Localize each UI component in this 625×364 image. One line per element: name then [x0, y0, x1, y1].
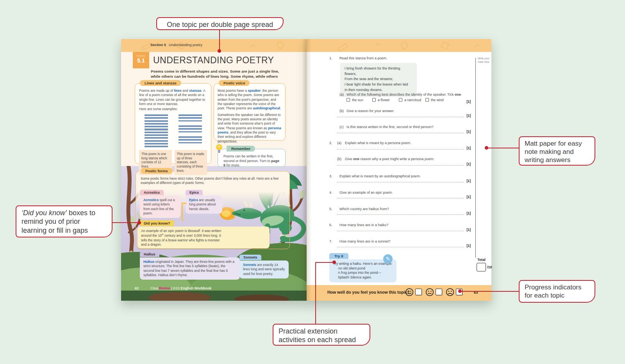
footer-book-title: English Workbook	[180, 286, 211, 290]
section-title: Understanding poetry	[169, 43, 202, 47]
poetic-forms-intro: Some poetic forms have strict rules. Oth…	[141, 177, 284, 186]
answer-line[interactable]	[337, 165, 464, 166]
try-it-intro: Try writing a haiku. Here’s an example:	[333, 262, 393, 266]
answer-line[interactable]	[337, 117, 464, 117]
answer-line[interactable]	[337, 149, 464, 150]
q7-number: 7.	[329, 239, 332, 243]
stanza-group	[179, 136, 202, 143]
progress-checkbox-neutral[interactable]	[436, 289, 442, 295]
q1-text: Read this stanza from a poem.	[339, 56, 388, 60]
connector-top	[219, 29, 220, 50]
epics-box: Epics are usually long poems about heroi…	[186, 196, 222, 214]
answer-line[interactable]	[337, 133, 464, 133]
total-label: Total	[477, 258, 486, 262]
answer-line[interactable]	[337, 247, 464, 247]
topic-badge-label: TOPIC	[133, 55, 149, 57]
single-stanza-diagram	[145, 114, 168, 147]
poetic-voice-tab: Poetic voice	[219, 80, 250, 86]
q2a-text: Explain what is meant by a persona poem.	[345, 141, 411, 145]
answer-line[interactable]	[337, 214, 464, 215]
q2a-label: (a)	[337, 141, 341, 145]
sonnets-tab: Sonnets	[239, 255, 261, 260]
callout-progress-text: Progress indicators for each topic	[525, 284, 582, 299]
callout-one-topic: One topic per double page spread	[156, 17, 284, 30]
callout-one-topic-text: One topic per double page spread	[167, 21, 273, 29]
epics-connector-v	[182, 203, 183, 221]
mark-allocation: [1]	[460, 114, 471, 118]
right-header-bar	[307, 39, 491, 52]
tick-box[interactable]	[399, 98, 402, 102]
connector-tryit-h	[315, 262, 334, 263]
total-score-box[interactable]	[477, 263, 486, 271]
brand-revise: Revise	[159, 286, 170, 290]
stanza-line: In their noonday dreams.	[345, 87, 412, 93]
pencil-icon: ✎	[383, 254, 393, 264]
connector-didyouknow	[112, 222, 139, 223]
q4-text: Give an example of an epic poem.	[339, 191, 393, 194]
mark-allocation: [1]	[460, 146, 471, 150]
stanza-line: I bear light shade for the leaves when l…	[345, 82, 412, 87]
option-label: a raincloud	[404, 98, 421, 102]
poetic-voice-p1: Most poems have a speaker: the person wh…	[218, 89, 282, 111]
left-page-number: 62	[135, 286, 139, 290]
q1a-label: (a)	[339, 93, 344, 96]
callout-progress: Progress indicators for each topic	[519, 280, 595, 303]
haiku-line: An old silent pond	[338, 266, 393, 271]
remember-text: Poems can be written in the first, secon…	[223, 154, 282, 168]
footer-series: KS3	[173, 286, 180, 290]
lines-stanzas-text: Poems are made up of lines and stanzas. …	[139, 89, 207, 106]
progress-checkbox-happy[interactable]	[415, 289, 422, 295]
answer-line[interactable]	[337, 198, 464, 198]
q3-number: 3.	[329, 174, 332, 178]
brand-clear: Clear	[150, 286, 159, 290]
sad-face-icon	[446, 288, 454, 296]
mark-allocation: [1]	[460, 228, 471, 232]
stanza-caption-2: This poem is made up of three stanzas, e…	[175, 150, 207, 175]
neutral-face-icon	[425, 288, 434, 296]
callout-matt-paper-text: Matt paper for easy note making and writ…	[525, 140, 582, 164]
topic-badge: TOPIC 5.1	[133, 52, 149, 68]
q2-number: 2.	[329, 141, 332, 145]
haikus-box: Haikus originated in Japan. They are thr…	[140, 257, 240, 280]
mark-allocation: [1]	[460, 195, 471, 199]
acrostics-box: Acrostics spell out a word using letters…	[140, 196, 180, 218]
tick-box[interactable]	[372, 98, 376, 102]
q6-text: How many lines are in a haiku?	[339, 223, 388, 227]
q5-text: Which country are haikus from?	[339, 207, 389, 211]
callout-did-you-know: ‘Did you know’ boxes to remind you of pr…	[16, 205, 112, 237]
q1-number: 1.	[329, 56, 332, 60]
stanza-line: I bring fresh showers for the thirsting …	[345, 66, 412, 77]
callout-practical: Practical extension activities on each s…	[273, 324, 370, 346]
section-breadcrumb: Section 5Understanding poetry	[150, 43, 202, 47]
left-page: Section 5Understanding poetry TOPIC 5.1 …	[121, 39, 307, 301]
tick-box[interactable]	[425, 98, 429, 102]
answer-line[interactable]	[337, 231, 464, 231]
callout-did-you-know-italic: ‘Did you know’	[21, 209, 67, 217]
mark-allocation: [1]	[460, 211, 471, 215]
stanza-group	[179, 114, 202, 121]
stanza-diagrams	[139, 114, 207, 147]
did-you-know-text: An example of an epic poem is Beowulf. I…	[141, 229, 226, 247]
left-header-bar: Section 5Understanding poetry	[121, 39, 307, 52]
remember-tab: Remember	[227, 146, 255, 152]
poetic-forms-tab: Poetic forms	[141, 168, 173, 174]
sonnets-box: Sonnets are exactly 14 lines long and we…	[239, 261, 289, 278]
option-a-raincloud: a raincloud	[399, 98, 421, 102]
try-it-tab: Try it	[329, 253, 348, 259]
mark-allocation: [1]	[460, 179, 471, 183]
q2b-text: Give one reason why a poet might write a…	[345, 157, 434, 161]
tick-box[interactable]	[346, 98, 350, 102]
lightbulb-icon	[216, 144, 223, 154]
progress-bar: How well do you feel you know this topic…	[307, 285, 491, 301]
q1c-label: (c)	[339, 125, 344, 129]
answer-line[interactable]	[337, 182, 464, 182]
lines-stanzas-tab: Lines and stanzas	[140, 80, 181, 86]
q1a-text: Which of the following best describes th…	[346, 93, 462, 96]
q1b-text: Give a reason for your answer.	[346, 109, 395, 113]
topic-badge-number: 5.1	[133, 57, 149, 64]
connector-didyouknow-dot	[138, 221, 141, 225]
did-you-know-tab: Did you know?	[140, 220, 174, 226]
option-label: a flower	[378, 98, 390, 102]
callout-practical-text: Practical extension activities on each s…	[279, 327, 356, 344]
lines-stanzas-examples-label: Here are some examples:	[139, 107, 207, 111]
